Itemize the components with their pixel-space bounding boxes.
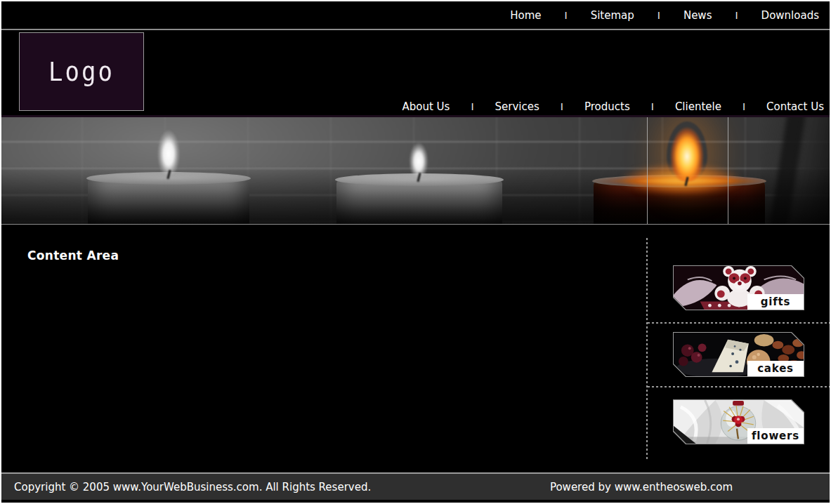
sidebar-dashed-divider-horizontal <box>648 322 830 324</box>
banner-frame-line-right <box>728 117 728 224</box>
gifts-button-label: gifts <box>747 294 804 310</box>
flowers-button[interactable]: flowers <box>673 399 804 444</box>
nav-about-us[interactable]: About Us <box>402 100 450 113</box>
nav-separator: I <box>735 10 738 21</box>
banner-frame-line-left <box>647 117 648 224</box>
nav-separator: I <box>471 101 473 112</box>
white-flame-middle <box>407 137 431 178</box>
logo-text: Logo <box>48 56 114 86</box>
gifts-photo: gifts <box>674 266 804 310</box>
sidebar: gifts <box>646 225 830 472</box>
sidebar-dashed-divider-vertical <box>646 238 648 459</box>
top-navigation: Home I Sitemap I News I Downloads <box>1 1 830 29</box>
logo[interactable]: Logo <box>19 32 144 111</box>
header: Logo About Us I Services I Products I Cl… <box>1 30 830 115</box>
content-area: Content Area <box>1 225 646 472</box>
nav-services[interactable]: Services <box>495 100 539 113</box>
page: Home I Sitemap I News I Downloads Logo A… <box>1 1 830 503</box>
cakes-button-label: cakes <box>747 361 804 376</box>
nav-downloads[interactable]: Downloads <box>761 9 819 22</box>
candles-banner-image <box>1 115 830 225</box>
cakes-button[interactable]: cakes <box>673 332 804 377</box>
content-row: Content Area <box>1 225 830 472</box>
footer-copyright: Copyright © 2005 www.YourWebBusiness.com… <box>14 481 371 493</box>
nav-separator: I <box>565 10 568 21</box>
cakes-photo: cakes <box>674 333 804 376</box>
flowers-button-label: flowers <box>747 428 804 444</box>
nav-separator: I <box>657 10 660 21</box>
nav-clientele[interactable]: Clientele <box>675 100 721 113</box>
content-title: Content Area <box>27 248 646 263</box>
nav-sitemap[interactable]: Sitemap <box>591 9 634 22</box>
nav-contact-us[interactable]: Contact Us <box>766 100 824 113</box>
footer: Copyright © 2005 www.YourWebBusiness.com… <box>1 474 830 500</box>
nav-home[interactable]: Home <box>510 9 541 22</box>
footer-powered-by[interactable]: Powered by www.entheosweb.com <box>550 481 733 493</box>
sidebar-dashed-divider-horizontal <box>648 386 830 387</box>
flowers-photo: flowers <box>674 400 804 444</box>
nav-separator: I <box>742 101 745 112</box>
nav-separator: I <box>561 101 563 112</box>
main-navigation: About Us I Services I Products I Cliente… <box>402 100 824 113</box>
nav-separator: I <box>651 101 654 112</box>
nav-news[interactable]: News <box>683 9 712 22</box>
nav-products[interactable]: Products <box>584 100 630 113</box>
gifts-button[interactable]: gifts <box>673 265 804 310</box>
